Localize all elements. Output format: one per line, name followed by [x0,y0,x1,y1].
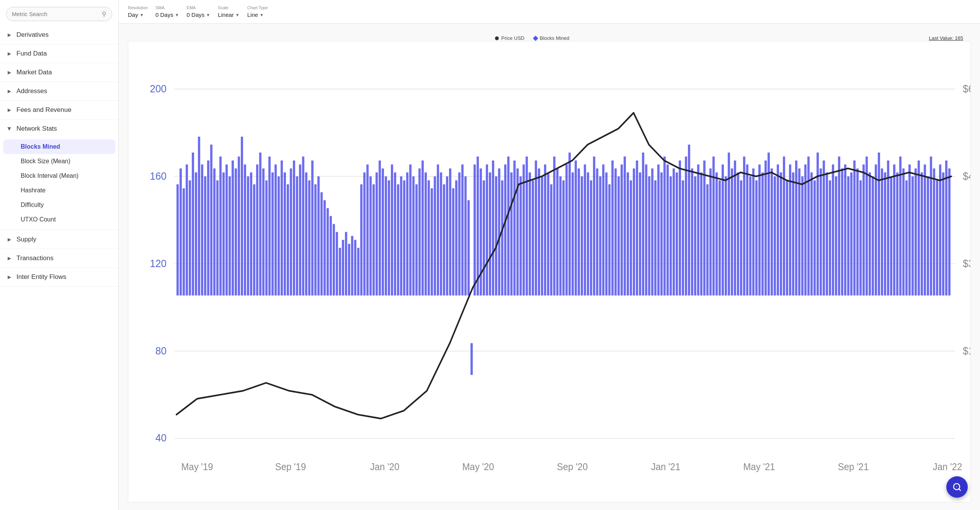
nav-item-fees-revenue[interactable]: ▶Fees and Revenue [0,101,118,119]
svg-text:Sep '21: Sep '21 [838,462,869,472]
sma-select[interactable]: 0 Days ▼ [155,11,179,18]
svg-text:Jan '21: Jan '21 [651,462,681,472]
svg-rect-34 [210,144,212,295]
svg-rect-224 [792,172,794,295]
nav-item-market-data[interactable]: ▶Market Data [0,63,118,82]
svg-rect-48 [253,184,255,295]
svg-rect-248 [866,157,868,296]
nav-sub-item-difficulty[interactable]: Difficulty [0,198,118,212]
nav-item-transactions[interactable]: ▶Transactions [0,249,118,267]
svg-rect-241 [844,164,846,295]
svg-rect-181 [660,172,663,295]
nav-sub-item-blocks-mined[interactable]: Blocks Mined [3,139,115,154]
svg-text:May '19: May '19 [181,462,213,472]
svg-rect-39 [225,164,228,295]
svg-rect-31 [201,164,203,295]
svg-rect-51 [262,169,265,296]
chevron-network-stats: ▶ [7,127,12,131]
resolution-value: Day [128,11,138,18]
svg-rect-244 [853,161,856,295]
svg-rect-220 [780,172,782,295]
nav-section-market-data: ▶Market Data [0,63,118,82]
svg-rect-270 [933,169,935,296]
nav-sub-item-utxo-count[interactable]: UTXO Count [0,212,118,227]
svg-rect-99 [409,164,412,295]
svg-rect-206 [737,172,739,295]
chart-type-select[interactable]: Line ▼ [247,11,268,18]
svg-rect-25 [183,188,185,295]
scale-value: Linear [218,11,234,18]
nav-sub-item-block-interval-mean[interactable]: Block Interval (Mean) [0,169,118,183]
svg-rect-156 [584,164,586,295]
svg-rect-24 [180,169,182,296]
svg-rect-219 [777,164,779,295]
svg-rect-28 [192,153,194,295]
chart-area[interactable]: 200 160 120 80 40 $60K $45K $30K $15K Ma… [128,41,971,502]
svg-rect-184 [670,176,672,295]
nav-section-derivatives: ▶Derivatives [0,26,118,44]
ema-select[interactable]: 0 Days ▼ [187,11,211,18]
svg-rect-87 [372,184,375,295]
svg-rect-179 [654,180,657,296]
svg-rect-183 [666,164,669,295]
svg-rect-187 [679,161,681,295]
svg-rect-231 [813,180,816,296]
nav-item-network-stats[interactable]: ▶Network Stats [0,120,118,138]
svg-rect-154 [578,169,580,296]
svg-rect-69 [317,176,320,295]
nav-label-network-stats: Network Stats [16,125,57,133]
nav-label-transactions: Transactions [16,254,54,262]
resolution-group: Resolution Day ▼ [128,5,148,18]
svg-rect-192 [694,176,696,295]
nav-sub-item-block-size-mean[interactable]: Block Size (Mean) [0,154,118,169]
svg-rect-265 [918,161,920,295]
svg-rect-230 [810,172,813,295]
search-input[interactable] [12,11,102,17]
search-fab[interactable] [946,476,968,498]
svg-rect-80 [351,236,353,295]
scale-select[interactable]: Linear ▼ [218,11,240,18]
last-value-label[interactable]: Last Value: 165 [929,35,963,41]
svg-rect-264 [915,169,917,296]
svg-rect-188 [682,180,684,296]
chart-type-value: Line [247,11,258,18]
svg-rect-29 [195,172,197,295]
svg-rect-152 [572,172,574,295]
search-bar[interactable]: ⚲ [6,7,112,21]
nav-label-supply: Supply [16,236,36,243]
svg-rect-120 [474,164,476,295]
resolution-select[interactable]: Day ▼ [128,11,148,18]
svg-rect-157 [587,172,589,295]
svg-rect-237 [832,164,834,295]
svg-rect-140 [535,161,537,295]
nav-item-fund-data[interactable]: ▶Fund Data [0,44,118,63]
svg-rect-253 [881,169,883,296]
nav-item-addresses[interactable]: ▶Addresses [0,82,118,100]
svg-rect-49 [256,164,258,295]
svg-rect-123 [483,180,485,296]
nav-sub-item-hashrate[interactable]: Hashrate [0,183,118,198]
search-fab-icon [952,482,962,492]
svg-text:80: 80 [155,345,167,357]
svg-rect-218 [774,176,776,295]
svg-rect-163 [605,172,608,295]
svg-rect-72 [327,208,329,295]
legend-blocks-diamond [533,35,538,41]
nav-item-derivatives[interactable]: ▶Derivatives [0,26,118,44]
svg-rect-67 [311,161,314,295]
svg-rect-212 [755,180,758,296]
svg-rect-118 [467,200,470,295]
svg-rect-172 [633,169,635,296]
svg-rect-161 [599,176,601,295]
svg-rect-145 [550,184,552,295]
nav-label-addresses: Addresses [16,87,47,95]
svg-text:120: 120 [150,257,167,269]
svg-rect-115 [458,172,461,295]
nav-item-supply[interactable]: ▶Supply [0,230,118,249]
svg-rect-217 [771,169,773,296]
nav-section-supply: ▶Supply [0,230,118,249]
sidebar: ⚲ ▶Derivatives▶Fund Data▶Market Data▶Add… [0,0,119,510]
ema-group: EMA 0 Days ▼ [187,5,211,18]
nav-item-inter-entity-flows[interactable]: ▶Inter Entity Flows [0,268,118,286]
svg-rect-41 [232,161,234,295]
